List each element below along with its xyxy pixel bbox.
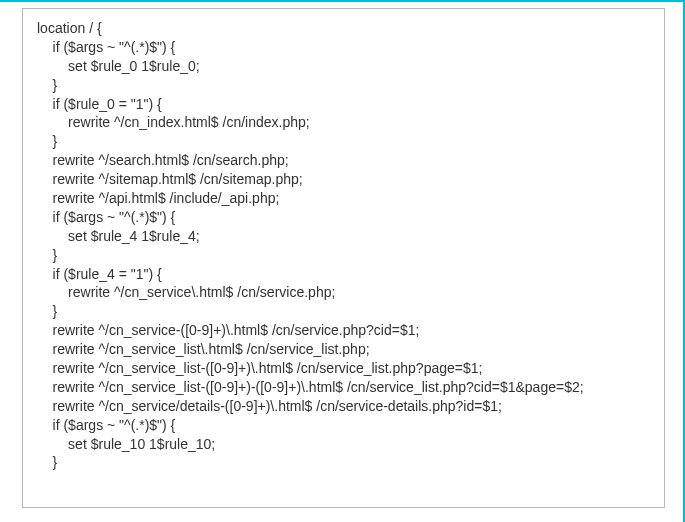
code-line: rewrite ^/cn_service_list-([0-9]+)\.html… — [37, 359, 650, 378]
code-line: rewrite ^/cn_service\.html$ /cn/service.… — [37, 283, 650, 302]
code-block: location / { if ($args ~ "^(.*)$") { set… — [22, 8, 665, 508]
code-line: rewrite ^/cn_service/details-([0-9]+)\.h… — [37, 397, 650, 416]
code-line: } — [37, 302, 650, 321]
code-line: rewrite ^/search.html$ /cn/search.php; — [37, 151, 650, 170]
code-line: rewrite ^/cn_service_list\.html$ /cn/ser… — [37, 340, 650, 359]
code-content: location / { if ($args ~ "^(.*)$") { set… — [37, 19, 650, 472]
code-line: if ($rule_4 = "1") { — [37, 265, 650, 284]
code-line: if ($args ~ "^(.*)$") { — [37, 208, 650, 227]
code-line: set $rule_4 1$rule_4; — [37, 227, 650, 246]
code-line: rewrite ^/cn_index.html$ /cn/index.php; — [37, 113, 650, 132]
code-line: if ($rule_0 = "1") { — [37, 95, 650, 114]
page-container: location / { if ($args ~ "^(.*)$") { set… — [0, 0, 685, 522]
code-line: location / { — [37, 19, 650, 38]
code-line: rewrite ^/sitemap.html$ /cn/sitemap.php; — [37, 170, 650, 189]
code-line: if ($args ~ "^(.*)$") { — [37, 38, 650, 57]
code-line: } — [37, 453, 650, 472]
code-line: rewrite ^/cn_service-([0-9]+)\.html$ /cn… — [37, 321, 650, 340]
code-line: } — [37, 132, 650, 151]
code-line: rewrite ^/cn_service_list-([0-9]+)-([0-9… — [37, 378, 650, 397]
code-line: if ($args ~ "^(.*)$") { — [37, 416, 650, 435]
code-line: } — [37, 76, 650, 95]
code-line: rewrite ^/api.html$ /include/_api.php; — [37, 189, 650, 208]
code-line: set $rule_10 1$rule_10; — [37, 435, 650, 454]
code-line: set $rule_0 1$rule_0; — [37, 57, 650, 76]
code-line: } — [37, 246, 650, 265]
